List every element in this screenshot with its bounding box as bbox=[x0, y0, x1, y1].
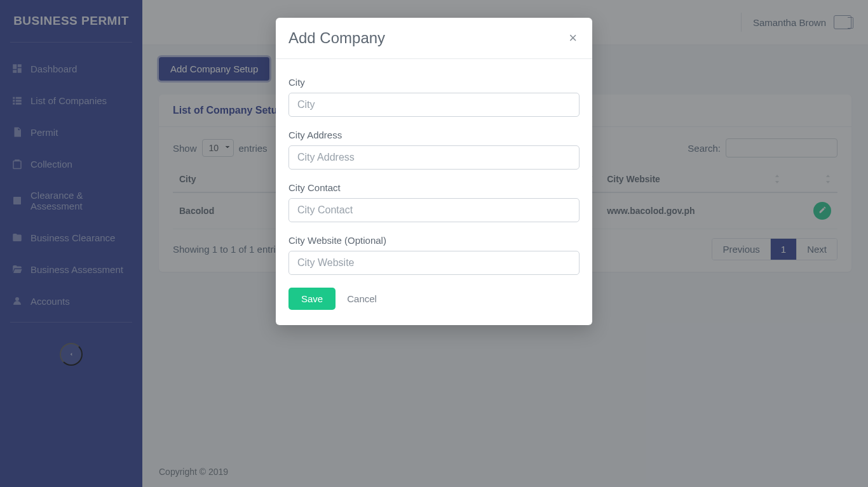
city-website-input[interactable] bbox=[288, 251, 580, 275]
city-label: City bbox=[288, 77, 580, 88]
city-website-label: City Website (Optional) bbox=[288, 235, 580, 246]
city-address-label: City Address bbox=[288, 130, 580, 140]
close-modal-button[interactable]: × bbox=[566, 30, 580, 46]
city-contact-label: City Contact bbox=[288, 182, 580, 193]
modal-title: Add Company bbox=[288, 29, 385, 47]
city-address-input[interactable] bbox=[288, 145, 580, 170]
add-company-modal: Add Company × City City Address City Con… bbox=[276, 18, 592, 325]
close-icon: × bbox=[569, 30, 577, 46]
modal-overlay[interactable]: Add Company × City City Address City Con… bbox=[0, 0, 868, 487]
city-input[interactable] bbox=[288, 93, 580, 117]
city-contact-input[interactable] bbox=[288, 198, 580, 222]
cancel-button[interactable]: Cancel bbox=[347, 293, 377, 304]
save-button[interactable]: Save bbox=[288, 288, 336, 310]
